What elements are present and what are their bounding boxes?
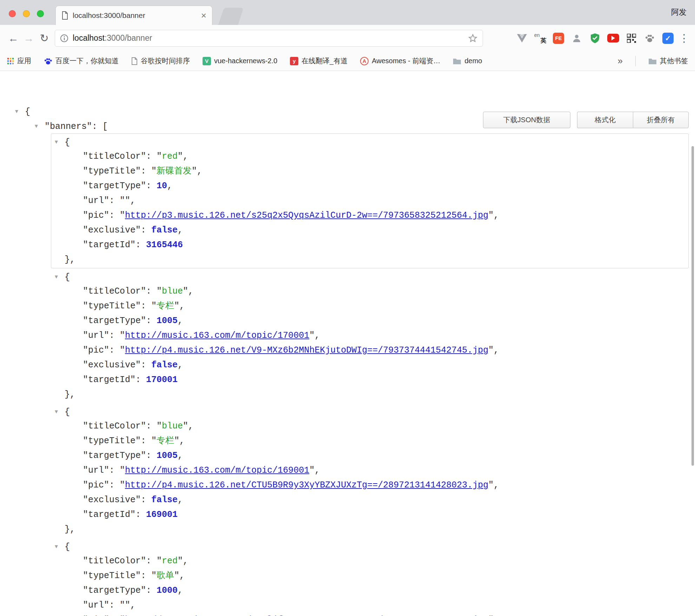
- forward-button[interactable]: →: [21, 31, 37, 46]
- json-token: ,: [315, 465, 320, 476]
- collapse-triangle-icon[interactable]: ▼: [54, 539, 65, 554]
- vue-devtools-icon[interactable]: [515, 31, 529, 46]
- json-token: ,: [178, 585, 183, 596]
- collapse-triangle-icon[interactable]: ▼: [54, 269, 65, 284]
- bookmark-awesomes[interactable]: A Awesomes - 前端资…: [360, 56, 440, 66]
- url-text[interactable]: localhost:3000/banner: [73, 33, 152, 43]
- json-key: "typeTitle": [83, 436, 141, 446]
- format-button[interactable]: 格式化: [577, 112, 633, 128]
- json-token: ": [192, 166, 197, 176]
- minimize-window-button[interactable]: [23, 10, 30, 17]
- json-token: {: [25, 107, 30, 117]
- json-token: ": [488, 345, 494, 355]
- apps-shortcut[interactable]: 应用: [7, 56, 31, 66]
- bookmark-baidu[interactable]: 百度一下，你就知道: [44, 56, 119, 66]
- json-token: :: [146, 286, 157, 296]
- json-token: ,: [188, 421, 193, 431]
- vertical-scrollbar[interactable]: [691, 146, 694, 466]
- reload-button[interactable]: ↻: [37, 31, 52, 46]
- json-token: },: [65, 524, 75, 535]
- bookmark-vue-hackernews[interactable]: V vue-hackernews-2.0: [203, 57, 277, 65]
- json-key: "targetType": [83, 181, 146, 191]
- json-url-link[interactable]: http://p4.music.126.net/CTU5B9R9y3XyYBZX…: [125, 480, 488, 490]
- json-token: ": [157, 286, 162, 296]
- json-object-block: ▼{"titleColor": "blue","typeTitle": "专栏"…: [51, 268, 689, 403]
- json-token: ,: [167, 181, 172, 191]
- bookmark-label: demo: [464, 57, 482, 65]
- format-button-group: 格式化 折叠所有: [577, 112, 689, 128]
- check-extension-icon[interactable]: ✓: [661, 31, 675, 46]
- json-url-link[interactable]: http://music.163.com/m/topic/170001: [125, 330, 309, 341]
- json-string-value: blue: [162, 421, 183, 431]
- person-extension-icon[interactable]: [569, 31, 584, 46]
- collapse-all-button[interactable]: 折叠所有: [633, 112, 689, 128]
- json-line: },: [51, 522, 688, 537]
- json-token: ,: [130, 600, 135, 610]
- json-token: ": [157, 421, 162, 431]
- json-string-value: 专栏: [157, 301, 174, 311]
- json-token: ": [151, 436, 157, 446]
- json-url-link[interactable]: http://music.163.com/m/topic/169001: [125, 465, 309, 476]
- window-controls: [9, 10, 44, 17]
- browser-menu-icon[interactable]: ⋮: [679, 32, 689, 44]
- json-token: ": [309, 465, 315, 476]
- new-tab-button[interactable]: [218, 8, 244, 25]
- json-line: "targetType": 1005,: [51, 448, 688, 463]
- json-key: "targetType": [83, 585, 146, 596]
- apps-label: 应用: [17, 56, 31, 66]
- qr-code-extension-icon[interactable]: [624, 31, 639, 46]
- json-token: ": [120, 480, 125, 490]
- shield-extension-icon[interactable]: [588, 31, 602, 46]
- collapse-triangle-icon[interactable]: ▼: [34, 119, 45, 133]
- address-bar[interactable]: localhost:3000/banner: [55, 30, 483, 47]
- bookmark-star-icon[interactable]: [468, 33, 478, 43]
- paw-extension-icon[interactable]: [642, 31, 657, 46]
- json-token: ,: [183, 556, 188, 566]
- close-window-button[interactable]: [9, 10, 16, 17]
- url-path: :3000/banner: [105, 33, 152, 42]
- folder-icon: [648, 58, 657, 65]
- bookmarks-overflow-chevron[interactable]: »: [618, 55, 623, 66]
- browser-tab[interactable]: localhost:3000/banner ×: [55, 6, 212, 25]
- bookmark-folder-demo[interactable]: demo: [453, 57, 482, 65]
- json-key: "targetType": [83, 316, 146, 326]
- json-line: ▼{: [51, 269, 688, 284]
- fe-extension-icon[interactable]: FE: [551, 31, 566, 46]
- json-number-value: 3165446: [146, 240, 183, 250]
- json-token: : [: [92, 122, 108, 132]
- collapse-triangle-icon[interactable]: ▼: [14, 104, 25, 119]
- json-line: "url": "http://music.163.com/m/topic/170…: [51, 328, 688, 343]
- json-url-link[interactable]: http://p4.music.126.net/V9-MXz6b2MNhEKju…: [125, 345, 488, 355]
- json-token: ,: [188, 286, 193, 296]
- json-key: "pic": [83, 480, 109, 490]
- json-token: ": [120, 345, 125, 355]
- json-token: ,: [178, 225, 183, 235]
- tab-close-icon[interactable]: ×: [201, 11, 206, 20]
- json-line: "pic": "http://p4.music.126.net/V9-MXz6b…: [51, 343, 688, 358]
- json-line: "url": "",: [51, 194, 688, 208]
- json-token: :: [109, 345, 120, 355]
- translate-extension-icon[interactable]: en 英: [533, 31, 548, 46]
- download-json-button[interactable]: 下载JSON数据: [483, 112, 570, 128]
- json-url-link[interactable]: http://p3.music.126.net/s25q2x5QyqsAzilC…: [125, 210, 488, 221]
- json-line: "targetType": 1005,: [51, 314, 688, 328]
- json-token: :: [141, 360, 151, 370]
- collapse-triangle-icon[interactable]: ▼: [54, 135, 65, 149]
- json-line: "typeTitle": "专栏",: [51, 434, 688, 448]
- json-key: "targetId": [83, 375, 135, 385]
- bookmark-label: 在线翻译_有道: [302, 56, 348, 66]
- json-line: "exclusive": false,: [51, 493, 688, 507]
- page-info-icon[interactable]: [60, 34, 68, 42]
- other-bookmarks[interactable]: 其他书签: [648, 56, 688, 66]
- json-token: ": [151, 166, 157, 176]
- json-token: ": [309, 330, 315, 341]
- back-button[interactable]: ←: [6, 31, 21, 46]
- bookmark-google-sort[interactable]: 谷歌按时间排序: [131, 56, 190, 66]
- collapse-triangle-icon[interactable]: ▼: [54, 404, 65, 419]
- youtube-extension-icon[interactable]: [606, 31, 621, 46]
- bookmark-youdao[interactable]: y 在线翻译_有道: [290, 56, 348, 66]
- json-key: "exclusive": [83, 225, 141, 235]
- json-token: ,: [179, 301, 185, 311]
- zoom-window-button[interactable]: [37, 10, 44, 17]
- json-token: :: [141, 495, 151, 505]
